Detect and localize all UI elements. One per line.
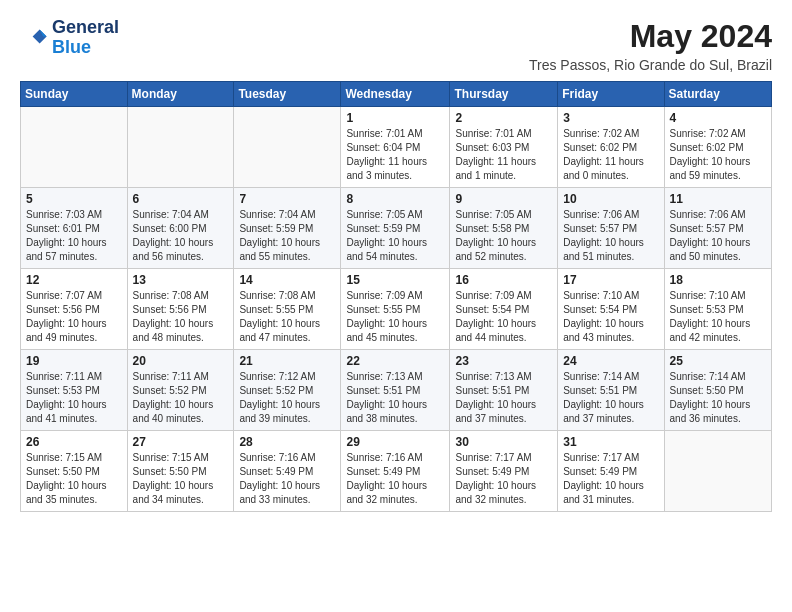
calendar-cell: 19Sunrise: 7:11 AM Sunset: 5:53 PM Dayli… <box>21 350 128 431</box>
title-block: May 2024 Tres Passos, Rio Grande do Sul,… <box>529 18 772 73</box>
calendar-cell: 27Sunrise: 7:15 AM Sunset: 5:50 PM Dayli… <box>127 431 234 512</box>
day-info: Sunrise: 7:15 AM Sunset: 5:50 PM Dayligh… <box>26 451 122 507</box>
header-row: SundayMondayTuesdayWednesdayThursdayFrid… <box>21 82 772 107</box>
day-number: 22 <box>346 354 444 368</box>
day-number: 29 <box>346 435 444 449</box>
calendar-cell: 29Sunrise: 7:16 AM Sunset: 5:49 PM Dayli… <box>341 431 450 512</box>
day-info: Sunrise: 7:11 AM Sunset: 5:52 PM Dayligh… <box>133 370 229 426</box>
calendar-cell: 22Sunrise: 7:13 AM Sunset: 5:51 PM Dayli… <box>341 350 450 431</box>
calendar-cell: 25Sunrise: 7:14 AM Sunset: 5:50 PM Dayli… <box>664 350 771 431</box>
month-year: May 2024 <box>529 18 772 55</box>
day-number: 12 <box>26 273 122 287</box>
day-number: 1 <box>346 111 444 125</box>
day-info: Sunrise: 7:14 AM Sunset: 5:50 PM Dayligh… <box>670 370 766 426</box>
day-info: Sunrise: 7:10 AM Sunset: 5:53 PM Dayligh… <box>670 289 766 345</box>
calendar-cell: 7Sunrise: 7:04 AM Sunset: 5:59 PM Daylig… <box>234 188 341 269</box>
day-number: 3 <box>563 111 658 125</box>
week-row-1: 1Sunrise: 7:01 AM Sunset: 6:04 PM Daylig… <box>21 107 772 188</box>
day-info: Sunrise: 7:08 AM Sunset: 5:56 PM Dayligh… <box>133 289 229 345</box>
calendar-cell: 14Sunrise: 7:08 AM Sunset: 5:55 PM Dayli… <box>234 269 341 350</box>
calendar-cell: 21Sunrise: 7:12 AM Sunset: 5:52 PM Dayli… <box>234 350 341 431</box>
day-number: 30 <box>455 435 552 449</box>
calendar-cell <box>664 431 771 512</box>
day-info: Sunrise: 7:16 AM Sunset: 5:49 PM Dayligh… <box>346 451 444 507</box>
day-info: Sunrise: 7:04 AM Sunset: 6:00 PM Dayligh… <box>133 208 229 264</box>
day-number: 6 <box>133 192 229 206</box>
calendar-cell: 8Sunrise: 7:05 AM Sunset: 5:59 PM Daylig… <box>341 188 450 269</box>
day-number: 5 <box>26 192 122 206</box>
day-number: 4 <box>670 111 766 125</box>
day-info: Sunrise: 7:06 AM Sunset: 5:57 PM Dayligh… <box>670 208 766 264</box>
day-number: 11 <box>670 192 766 206</box>
calendar-cell: 1Sunrise: 7:01 AM Sunset: 6:04 PM Daylig… <box>341 107 450 188</box>
location: Tres Passos, Rio Grande do Sul, Brazil <box>529 57 772 73</box>
col-header-sunday: Sunday <box>21 82 128 107</box>
day-number: 19 <box>26 354 122 368</box>
day-number: 21 <box>239 354 335 368</box>
day-info: Sunrise: 7:11 AM Sunset: 5:53 PM Dayligh… <box>26 370 122 426</box>
day-info: Sunrise: 7:05 AM Sunset: 5:59 PM Dayligh… <box>346 208 444 264</box>
day-number: 20 <box>133 354 229 368</box>
calendar-cell: 6Sunrise: 7:04 AM Sunset: 6:00 PM Daylig… <box>127 188 234 269</box>
calendar-cell: 10Sunrise: 7:06 AM Sunset: 5:57 PM Dayli… <box>558 188 664 269</box>
day-number: 15 <box>346 273 444 287</box>
day-info: Sunrise: 7:07 AM Sunset: 5:56 PM Dayligh… <box>26 289 122 345</box>
day-info: Sunrise: 7:13 AM Sunset: 5:51 PM Dayligh… <box>455 370 552 426</box>
calendar-cell: 26Sunrise: 7:15 AM Sunset: 5:50 PM Dayli… <box>21 431 128 512</box>
calendar-cell: 9Sunrise: 7:05 AM Sunset: 5:58 PM Daylig… <box>450 188 558 269</box>
calendar-cell <box>234 107 341 188</box>
col-header-monday: Monday <box>127 82 234 107</box>
logo-general: General <box>52 17 119 37</box>
calendar-cell: 5Sunrise: 7:03 AM Sunset: 6:01 PM Daylig… <box>21 188 128 269</box>
day-info: Sunrise: 7:01 AM Sunset: 6:04 PM Dayligh… <box>346 127 444 183</box>
day-info: Sunrise: 7:17 AM Sunset: 5:49 PM Dayligh… <box>563 451 658 507</box>
day-info: Sunrise: 7:03 AM Sunset: 6:01 PM Dayligh… <box>26 208 122 264</box>
calendar-cell: 18Sunrise: 7:10 AM Sunset: 5:53 PM Dayli… <box>664 269 771 350</box>
day-number: 25 <box>670 354 766 368</box>
calendar-cell: 2Sunrise: 7:01 AM Sunset: 6:03 PM Daylig… <box>450 107 558 188</box>
col-header-wednesday: Wednesday <box>341 82 450 107</box>
calendar-cell: 17Sunrise: 7:10 AM Sunset: 5:54 PM Dayli… <box>558 269 664 350</box>
week-row-4: 19Sunrise: 7:11 AM Sunset: 5:53 PM Dayli… <box>21 350 772 431</box>
col-header-thursday: Thursday <box>450 82 558 107</box>
day-number: 23 <box>455 354 552 368</box>
calendar-cell: 20Sunrise: 7:11 AM Sunset: 5:52 PM Dayli… <box>127 350 234 431</box>
day-info: Sunrise: 7:13 AM Sunset: 5:51 PM Dayligh… <box>346 370 444 426</box>
day-number: 24 <box>563 354 658 368</box>
day-info: Sunrise: 7:16 AM Sunset: 5:49 PM Dayligh… <box>239 451 335 507</box>
calendar-cell <box>21 107 128 188</box>
day-info: Sunrise: 7:02 AM Sunset: 6:02 PM Dayligh… <box>670 127 766 183</box>
day-number: 14 <box>239 273 335 287</box>
day-info: Sunrise: 7:17 AM Sunset: 5:49 PM Dayligh… <box>455 451 552 507</box>
day-number: 13 <box>133 273 229 287</box>
calendar-cell: 23Sunrise: 7:13 AM Sunset: 5:51 PM Dayli… <box>450 350 558 431</box>
day-info: Sunrise: 7:15 AM Sunset: 5:50 PM Dayligh… <box>133 451 229 507</box>
calendar-cell: 31Sunrise: 7:17 AM Sunset: 5:49 PM Dayli… <box>558 431 664 512</box>
calendar-cell: 15Sunrise: 7:09 AM Sunset: 5:55 PM Dayli… <box>341 269 450 350</box>
calendar-cell: 16Sunrise: 7:09 AM Sunset: 5:54 PM Dayli… <box>450 269 558 350</box>
day-info: Sunrise: 7:06 AM Sunset: 5:57 PM Dayligh… <box>563 208 658 264</box>
logo-text: General Blue <box>52 18 119 58</box>
calendar-header: SundayMondayTuesdayWednesdayThursdayFrid… <box>21 82 772 107</box>
day-info: Sunrise: 7:10 AM Sunset: 5:54 PM Dayligh… <box>563 289 658 345</box>
calendar-cell: 4Sunrise: 7:02 AM Sunset: 6:02 PM Daylig… <box>664 107 771 188</box>
calendar-cell: 28Sunrise: 7:16 AM Sunset: 5:49 PM Dayli… <box>234 431 341 512</box>
calendar-cell: 30Sunrise: 7:17 AM Sunset: 5:49 PM Dayli… <box>450 431 558 512</box>
day-number: 18 <box>670 273 766 287</box>
day-number: 2 <box>455 111 552 125</box>
day-number: 8 <box>346 192 444 206</box>
day-info: Sunrise: 7:04 AM Sunset: 5:59 PM Dayligh… <box>239 208 335 264</box>
day-number: 10 <box>563 192 658 206</box>
col-header-saturday: Saturday <box>664 82 771 107</box>
day-info: Sunrise: 7:08 AM Sunset: 5:55 PM Dayligh… <box>239 289 335 345</box>
week-row-3: 12Sunrise: 7:07 AM Sunset: 5:56 PM Dayli… <box>21 269 772 350</box>
day-number: 16 <box>455 273 552 287</box>
calendar-cell: 12Sunrise: 7:07 AM Sunset: 5:56 PM Dayli… <box>21 269 128 350</box>
logo-blue: Blue <box>52 37 91 57</box>
day-number: 31 <box>563 435 658 449</box>
logo-icon <box>20 24 48 52</box>
day-info: Sunrise: 7:01 AM Sunset: 6:03 PM Dayligh… <box>455 127 552 183</box>
day-number: 17 <box>563 273 658 287</box>
calendar-cell: 11Sunrise: 7:06 AM Sunset: 5:57 PM Dayli… <box>664 188 771 269</box>
logo: General Blue <box>20 18 119 58</box>
